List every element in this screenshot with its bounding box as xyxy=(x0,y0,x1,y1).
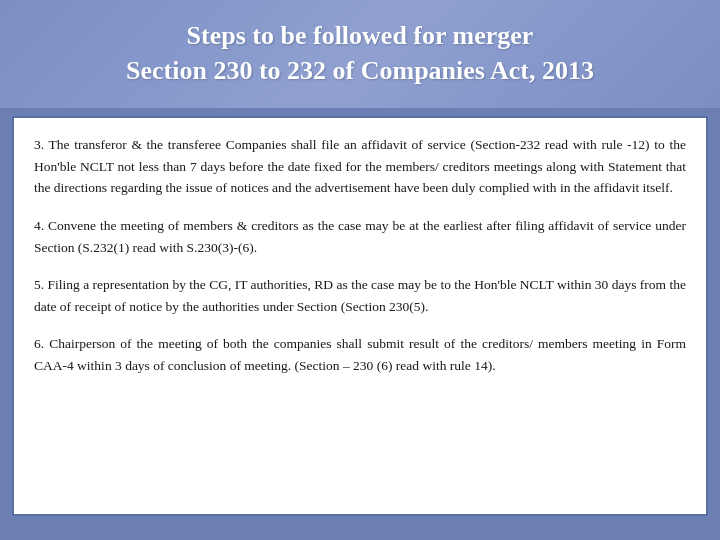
title-line1: Steps to be followed for merger xyxy=(187,21,534,50)
title-line2: Section 230 to 232 of Companies Act, 201… xyxy=(126,56,594,85)
paragraph-6: 6. Chairperson of the meeting of both th… xyxy=(34,333,686,376)
paragraph-3: 3. The transferor & the transferee Compa… xyxy=(34,134,686,199)
content-box: 3. The transferor & the transferee Compa… xyxy=(12,116,708,516)
paragraph-5: 5. Filing a representation by the CG, IT… xyxy=(34,274,686,317)
header: Steps to be followed for merger Section … xyxy=(0,0,720,108)
paragraph-4: 4. Convene the meeting of members & cred… xyxy=(34,215,686,258)
page-title: Steps to be followed for merger Section … xyxy=(30,18,690,88)
